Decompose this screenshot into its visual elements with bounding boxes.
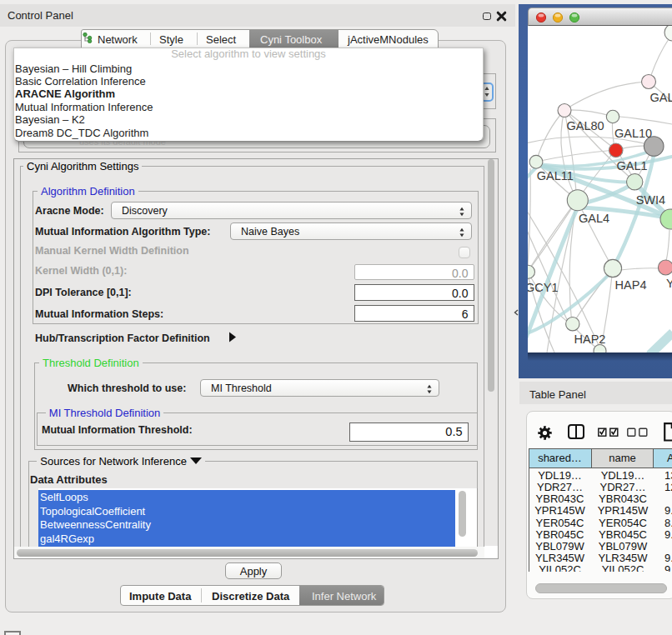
svg-text:GAL4: GAL4: [579, 212, 609, 225]
svg-text:YD: YD: [666, 277, 672, 290]
svg-text:HAP4: HAP4: [615, 278, 647, 292]
svg-text:GAL2: GAL2: [650, 91, 672, 104]
svg-text:GAL1: GAL1: [617, 159, 648, 172]
svg-text:SWI4: SWI4: [636, 193, 665, 207]
svg-text:GAL11: GAL11: [537, 169, 574, 182]
svg-text:GCY1: GCY1: [528, 281, 559, 294]
svg-text:GAL80: GAL80: [567, 119, 604, 132]
svg-text:HAP2: HAP2: [574, 332, 606, 346]
svg-text:GAL10: GAL10: [614, 127, 652, 140]
